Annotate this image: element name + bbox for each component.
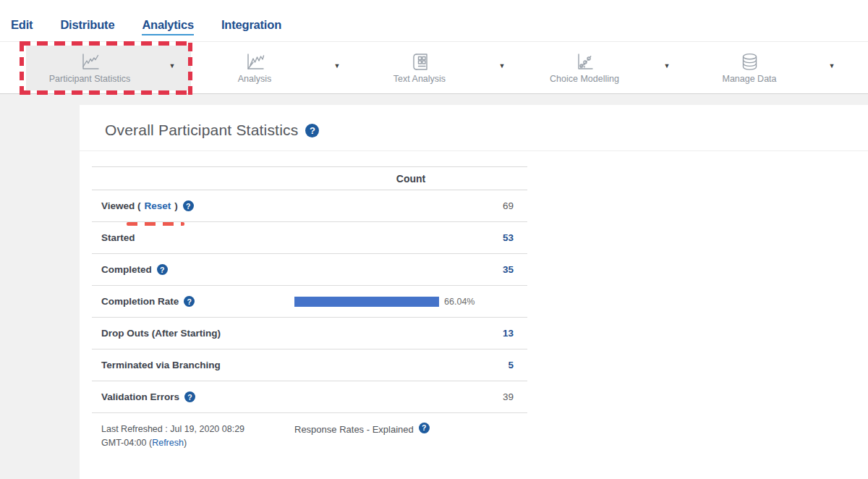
row-value: 35 (294, 264, 527, 275)
text-analysis-dropdown-caret[interactable]: ▼ (483, 62, 521, 74)
trend-chart-icon (244, 51, 265, 72)
toolbar-item-label: Participant Statistics (49, 74, 131, 84)
participant-statistics-dropdown-caret[interactable]: ▼ (153, 62, 191, 74)
toolbar-item-text-analysis[interactable]: Text Analysis ▼ (356, 46, 521, 90)
completed-help-icon[interactable]: ? (157, 264, 168, 275)
toolbar-item-label: Choice Modelling (550, 74, 619, 84)
toolbar-item-choice-modelling[interactable]: Choice Modelling ▼ (521, 46, 686, 90)
row-label: Started (92, 232, 294, 243)
nav-item-edit[interactable]: Edit (11, 18, 33, 35)
row-label-text: Completed (101, 264, 152, 275)
response-rates-label: Response Rates - Explained (294, 423, 414, 436)
analytics-toolbar: Participant Statistics ▼ Analysis ▼ (0, 41, 868, 94)
toolbar-item-manage-data[interactable]: Manage Data ▼ (686, 46, 851, 90)
row-value: 39 (294, 391, 527, 402)
top-navigation: Edit Distribute Analytics Integration (0, 0, 868, 41)
table-row-started: Started 53 (92, 222, 527, 254)
participant-statistics-button[interactable]: Participant Statistics (26, 51, 153, 84)
row-label: Drop Outs (After Starting) (92, 328, 294, 339)
toolbar-item-participant-statistics[interactable]: Participant Statistics ▼ (26, 46, 191, 90)
row-label-text: Terminated via Branching (101, 360, 221, 370)
row-value: 13 (294, 328, 527, 339)
response-rates-explained: Response Rates - Explained ? (294, 423, 527, 450)
row-label-text: Started (101, 232, 135, 243)
last-refreshed: Last Refreshed : Jul 19, 2020 08:29 GMT-… (92, 423, 294, 450)
row-label-text: Viewed ( (101, 200, 141, 211)
participant-statistics-panel: Overall Participant Statistics ? Count V… (80, 105, 868, 479)
table-footer: Last Refreshed : Jul 19, 2020 08:29 GMT-… (92, 413, 527, 450)
table-header-row: Count (92, 166, 527, 190)
refresh-link[interactable]: Refresh (152, 438, 184, 448)
row-label: Completed ? (92, 264, 294, 275)
panel-header: Overall Participant Statistics ? (80, 105, 868, 139)
toolbar-item-label: Manage Data (722, 74, 776, 84)
choice-modelling-button[interactable]: Choice Modelling (521, 51, 648, 84)
row-label-text: Completion Rate (101, 296, 179, 307)
toolbar-item-analysis[interactable]: Analysis ▼ (191, 46, 356, 90)
report-grid-icon (409, 51, 430, 72)
last-refreshed-line2: GMT-04:00 (Refresh) (101, 436, 294, 450)
toolbar-item-label: Text Analysis (393, 74, 446, 84)
page-title: Overall Participant Statistics (105, 122, 298, 139)
row-label: Completion Rate ? (92, 296, 294, 307)
analysis-dropdown-caret[interactable]: ▼ (318, 62, 356, 74)
response-rates-help-icon[interactable]: ? (419, 423, 430, 433)
reset-link[interactable]: Reset (145, 200, 171, 211)
line-chart-icon (79, 51, 101, 72)
completion-rate-value: 66.04% (444, 297, 475, 307)
table-row-terminated: Terminated via Branching 5 (92, 349, 527, 381)
analysis-button[interactable]: Analysis (191, 51, 318, 84)
nav-item-distribute[interactable]: Distribute (60, 18, 114, 35)
table-row-viewed: Viewed ( Reset ) ? 69 (92, 190, 527, 222)
count-column-header: Count (294, 173, 527, 185)
table-row-validation-errors: Validation Errors ? 39 (92, 381, 527, 413)
table-row-completed: Completed ? 35 (92, 254, 527, 286)
table-row-drop-outs: Drop Outs (After Starting) 13 (92, 318, 527, 349)
row-value: 5 (294, 360, 527, 370)
row-label: Validation Errors ? (92, 391, 294, 402)
row-label-text: ) (174, 200, 178, 211)
row-value: 53 (294, 232, 527, 243)
viewed-help-icon[interactable]: ? (183, 200, 194, 211)
table-row-completion-rate: Completion Rate ? 66.04% (92, 286, 527, 318)
nav-item-integration[interactable]: Integration (221, 18, 281, 35)
manage-data-dropdown-caret[interactable]: ▼ (813, 62, 851, 74)
manage-data-button[interactable]: Manage Data (686, 51, 813, 84)
validation-errors-help-icon[interactable]: ? (184, 391, 195, 402)
title-help-icon[interactable]: ? (305, 124, 319, 137)
title-divider (80, 151, 868, 151)
database-icon (739, 51, 760, 72)
statistics-table: Count Viewed ( Reset ) ? 69 Started 53 C… (92, 166, 527, 450)
text-analysis-button[interactable]: Text Analysis (356, 51, 483, 84)
completion-rate-help-icon[interactable]: ? (184, 296, 195, 307)
toolbar-item-label: Analysis (238, 74, 272, 84)
completion-rate-cell: 66.04% (294, 297, 527, 307)
choice-modelling-dropdown-caret[interactable]: ▼ (648, 62, 686, 74)
row-label-text: Validation Errors (101, 391, 179, 402)
scatter-trend-icon (574, 51, 595, 72)
row-label: Terminated via Branching (92, 360, 294, 370)
row-label: Viewed ( Reset ) ? (92, 200, 294, 211)
last-refreshed-line1: Last Refreshed : Jul 19, 2020 08:29 (101, 423, 294, 436)
nav-item-analytics[interactable]: Analytics (142, 18, 194, 35)
row-value: 69 (294, 200, 527, 211)
row-label-text: Drop Outs (After Starting) (101, 328, 221, 339)
completion-bar (294, 297, 439, 307)
